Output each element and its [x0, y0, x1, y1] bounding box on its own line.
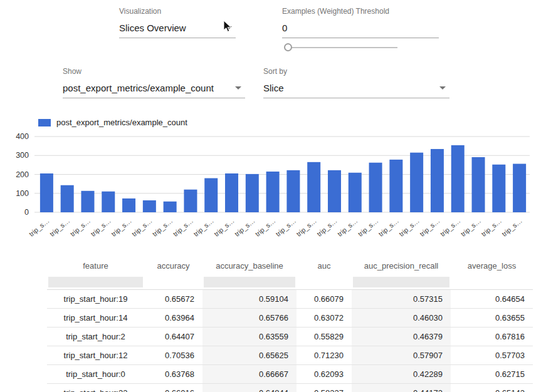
bar[interactable]	[204, 178, 218, 212]
slider-track	[287, 47, 397, 48]
metric-cell: 0.63768	[144, 365, 202, 384]
sort-by-label: Sort by	[263, 67, 449, 76]
x-axis-tick-label: trip_s…	[377, 217, 400, 238]
show-select[interactable]: post_export_metrics/example_count	[63, 81, 245, 98]
metric-cell: 0.44173	[352, 384, 451, 392]
metric-cell: 0.65142	[451, 384, 533, 392]
bar[interactable]	[389, 160, 402, 212]
filter-cell	[202, 276, 297, 290]
table-row[interactable]: trip_start_hour:00.637680.666670.620930.…	[47, 365, 533, 384]
x-axis-tick-label: trip_s…	[460, 217, 483, 238]
bar[interactable]	[369, 163, 382, 212]
bar[interactable]	[307, 162, 320, 212]
bar[interactable]	[61, 185, 74, 212]
bar[interactable]	[492, 165, 505, 212]
table-row[interactable]: trip_start_hour:140.639640.657660.630720…	[47, 309, 533, 328]
column-header-auc_precision_recall[interactable]: auc_precision_recall	[352, 255, 451, 276]
metric-cell: 0.62715	[451, 365, 533, 384]
chevron-down-icon	[439, 86, 446, 90]
threshold-control: Examples (Weighted) Threshold 0	[282, 7, 439, 38]
metric-cell: 0.46379	[352, 328, 451, 346]
bar[interactable]	[81, 191, 94, 212]
example-count-bar-chart: 0100200300400trip_s…trip_s…trip_s…trip_s…	[0, 128, 541, 250]
feature-cell: trip_start_hour:2	[47, 328, 144, 346]
chart-legend: post_export_metrics/example_count	[38, 118, 187, 127]
metric-cell: 0.63655	[451, 309, 533, 328]
x-axis-tick-label: trip_s…	[254, 217, 277, 238]
metric-cell: 0.70536	[144, 346, 202, 365]
column-header-auc[interactable]: auc	[297, 255, 352, 276]
bar[interactable]	[143, 200, 156, 212]
bar[interactable]	[164, 202, 177, 212]
x-axis-tick-label: trip_s…	[28, 217, 51, 238]
table-row[interactable]: trip_start_hour:20.644070.635590.558290.…	[47, 328, 533, 346]
bar[interactable]	[328, 170, 341, 212]
filter-cell	[144, 276, 202, 290]
column-filter-input[interactable]	[353, 277, 449, 287]
threshold-slider[interactable]	[283, 43, 397, 53]
column-header-accuracy_baseline[interactable]: accuracy_baseline	[202, 255, 297, 276]
metric-cell: 0.57907	[352, 346, 451, 365]
mouse-cursor-icon	[223, 20, 233, 33]
visualization-select[interactable]: Slices Overview	[119, 21, 236, 38]
x-axis-tick-label: trip_s…	[274, 217, 297, 238]
bar[interactable]	[472, 157, 485, 212]
feature-cell: trip_start_hour:23	[47, 384, 144, 392]
slider-thumb[interactable]	[284, 43, 292, 51]
bar[interactable]	[431, 149, 444, 212]
bar[interactable]	[102, 192, 115, 212]
y-axis-tick-label: 100	[16, 189, 29, 198]
bar[interactable]	[40, 173, 53, 212]
x-axis-tick-label: trip_s…	[213, 217, 236, 238]
sort-by-control: Sort by Slice	[263, 67, 449, 98]
x-axis-tick-label: trip_s…	[418, 217, 441, 238]
table-row[interactable]: trip_start_hour:190.656720.591040.660790…	[47, 290, 533, 309]
bar[interactable]	[184, 190, 197, 212]
metric-cell: 0.62093	[297, 365, 352, 384]
x-axis-tick-label: trip_s…	[171, 217, 194, 238]
filter-cell	[297, 276, 352, 290]
column-header-feature[interactable]: feature	[47, 255, 144, 276]
sort-by-value: Slice	[263, 83, 284, 93]
bar[interactable]	[246, 174, 259, 212]
table-filter-row	[47, 276, 533, 290]
x-axis-tick-label: trip_s…	[69, 217, 92, 238]
bar[interactable]	[513, 164, 526, 212]
y-axis-tick-label: 0	[24, 208, 29, 217]
bar[interactable]	[451, 145, 465, 212]
column-filter-input[interactable]	[204, 277, 295, 287]
column-header-accuracy[interactable]: accuracy	[144, 255, 202, 276]
filter-cell	[451, 276, 533, 290]
metric-cell: 0.46030	[352, 309, 451, 328]
x-axis-tick-label: trip_s…	[151, 217, 174, 238]
metric-cell: 0.57703	[451, 346, 533, 365]
metric-cell: 0.64654	[451, 290, 533, 309]
table-row[interactable]: trip_start_hour:120.705360.656250.712300…	[47, 346, 533, 365]
bar[interactable]	[410, 153, 423, 212]
metric-cell: 0.42289	[352, 365, 451, 384]
x-axis-tick-label: trip_s…	[336, 217, 359, 238]
bar[interactable]	[349, 173, 362, 212]
bar[interactable]	[122, 199, 135, 212]
x-axis-tick-label: trip_s…	[295, 217, 318, 238]
threshold-input[interactable]: 0	[282, 21, 439, 38]
metric-cell: 0.65625	[202, 346, 297, 365]
visualization-label: Visualization	[119, 7, 236, 16]
metric-cell: 0.65672	[144, 290, 202, 309]
metric-cell: 0.66016	[144, 384, 202, 392]
show-value: post_export_metrics/example_count	[63, 83, 214, 93]
table-row[interactable]: trip_start_hour:230.660160.648440.583370…	[47, 384, 533, 392]
metric-cell: 0.58337	[297, 384, 352, 392]
y-axis-tick-label: 200	[16, 170, 29, 179]
bar[interactable]	[266, 172, 280, 212]
metric-cell: 0.63559	[202, 328, 297, 346]
bar[interactable]	[225, 173, 238, 212]
metric-cell: 0.63964	[144, 309, 202, 328]
bar[interactable]	[286, 170, 300, 212]
x-axis-tick-label: trip_s…	[48, 217, 71, 238]
sort-by-select[interactable]: Slice	[263, 81, 449, 98]
filter-cell	[47, 276, 144, 290]
feature-cell: trip_start_hour:14	[47, 309, 144, 328]
column-header-average_loss[interactable]: average_loss	[451, 255, 533, 276]
column-filter-input[interactable]	[48, 277, 143, 287]
